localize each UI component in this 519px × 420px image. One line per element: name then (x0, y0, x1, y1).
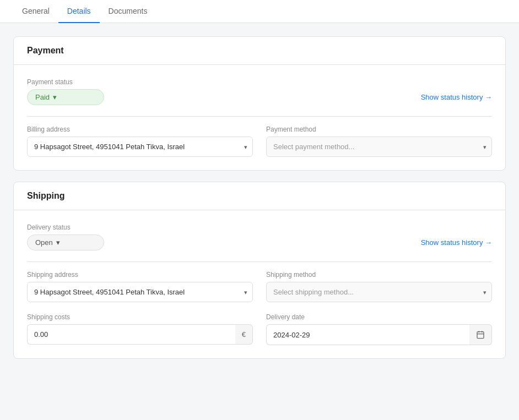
tabs-nav: General Details Documents (0, 0, 519, 23)
shipping-costs-label: Shipping costs (27, 313, 253, 321)
shipping-card: Shipping Delivery status Open Show statu… (13, 182, 506, 359)
shipping-method-field: Shipping method Select shipping method..… (266, 271, 492, 302)
tab-general[interactable]: General (13, 0, 58, 23)
shipping-title: Shipping (27, 191, 492, 201)
delivery-date-input-wrapper (266, 324, 492, 345)
shipping-address-select[interactable]: 9 Hapsagot Street, 4951041 Petah Tikva, … (27, 282, 253, 302)
delivery-date-field: Delivery date (266, 313, 492, 345)
shipping-costs-date-row: Shipping costs € Delivery date (27, 313, 492, 345)
shipping-address-select-wrapper: 9 Hapsagot Street, 4951041 Petah Tikva, … (27, 282, 253, 302)
delivery-status-label: Delivery status (27, 223, 492, 231)
billing-address-select[interactable]: 9 Hapsagot Street, 4951041 Petah Tikva, … (27, 137, 253, 157)
payment-status-row: Paid Show status history → (27, 89, 492, 105)
payment-card-body: Payment status Paid Show status history … (14, 65, 505, 170)
payment-divider (27, 116, 492, 117)
delivery-status-chevron-icon (56, 238, 60, 247)
shipping-address-method-row: Shipping address 9 Hapsagot Street, 4951… (27, 271, 492, 302)
delivery-date-label: Delivery date (266, 313, 492, 321)
shipping-costs-currency: € (235, 324, 253, 345)
tab-details[interactable]: Details (58, 0, 100, 23)
shipping-method-label: Shipping method (266, 271, 492, 279)
payment-card-header: Payment (14, 37, 505, 65)
shipping-show-history-link[interactable]: Show status history → (421, 238, 492, 247)
payment-method-field: Payment method Select payment method... … (266, 126, 492, 157)
tab-documents[interactable]: Documents (100, 0, 156, 23)
svg-rect-0 (477, 332, 484, 339)
shipping-costs-input[interactable] (27, 324, 235, 345)
payment-method-select-wrapper: Select payment method... ▾ (266, 137, 492, 157)
shipping-card-header: Shipping (14, 182, 505, 210)
payment-show-history-link[interactable]: Show status history → (421, 93, 492, 101)
shipping-method-select-wrapper: Select shipping method... ▾ (266, 282, 492, 302)
payment-method-label: Payment method (266, 126, 492, 133)
main-content: Payment Payment status Paid Show status … (0, 23, 519, 372)
shipping-divider (27, 261, 492, 262)
delivery-status-badge[interactable]: Open (27, 234, 104, 250)
shipping-costs-field: Shipping costs € (27, 313, 253, 345)
shipping-address-field: Shipping address 9 Hapsagot Street, 4951… (27, 271, 253, 302)
billing-address-field: Billing address 9 Hapsagot Street, 49510… (27, 126, 253, 157)
payment-method-select[interactable]: Select payment method... (266, 137, 492, 157)
shipping-address-label: Shipping address (27, 271, 253, 279)
payment-title: Payment (27, 46, 492, 56)
payment-status-label: Payment status (27, 78, 492, 86)
payment-status-chevron-icon (53, 93, 57, 101)
billing-address-select-wrapper: 9 Hapsagot Street, 4951041 Petah Tikva, … (27, 137, 253, 157)
delivery-date-input[interactable] (266, 324, 469, 345)
shipping-method-select[interactable]: Select shipping method... (266, 282, 492, 302)
delivery-status-value: Open (35, 238, 53, 247)
payment-status-badge[interactable]: Paid (27, 89, 104, 105)
shipping-costs-input-wrapper: € (27, 324, 253, 345)
delivery-status-row: Open Show status history → (27, 234, 492, 250)
billing-address-label: Billing address (27, 126, 253, 133)
payment-status-value: Paid (35, 93, 50, 101)
payment-fields-row: Billing address 9 Hapsagot Street, 49510… (27, 126, 492, 157)
payment-card: Payment Payment status Paid Show status … (13, 36, 506, 171)
shipping-card-body: Delivery status Open Show status history… (14, 210, 505, 358)
delivery-date-calendar-icon[interactable] (469, 324, 492, 345)
